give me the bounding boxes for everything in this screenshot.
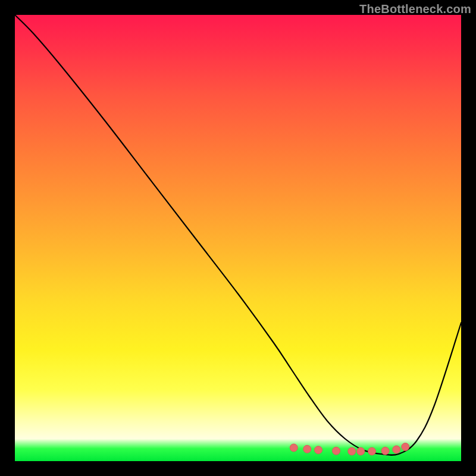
- chart-svg: [15, 15, 461, 461]
- trough-marker: [357, 447, 365, 455]
- trough-markers-group: [290, 443, 409, 456]
- trough-marker: [393, 446, 400, 453]
- watermark-text: TheBottleneck.com: [359, 2, 471, 16]
- trough-marker: [333, 447, 340, 455]
- trough-marker: [381, 447, 389, 455]
- trough-marker: [315, 446, 322, 454]
- trough-marker: [368, 447, 376, 455]
- chart-stage: TheBottleneck.com: [0, 0, 476, 476]
- trough-marker: [348, 447, 356, 455]
- trough-marker: [303, 445, 311, 453]
- bottleneck-curve: [15, 15, 461, 455]
- trough-marker: [402, 443, 409, 451]
- trough-marker: [290, 444, 298, 452]
